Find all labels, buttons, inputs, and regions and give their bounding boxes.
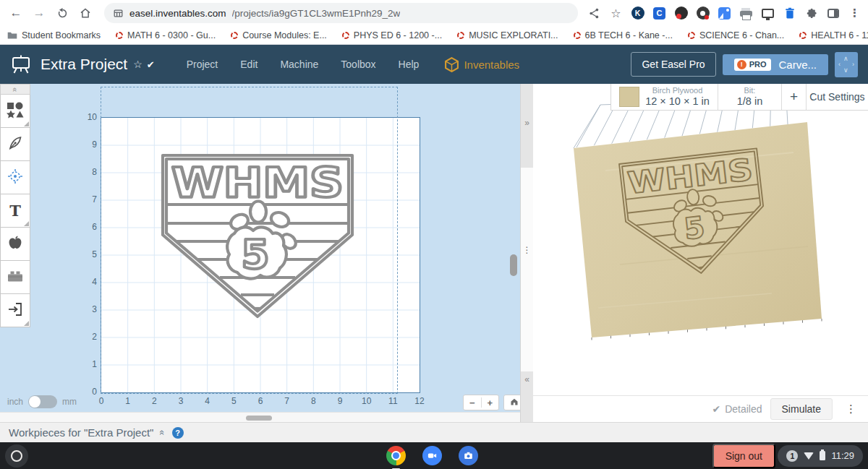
jog-position-button[interactable]: ∧∨‹›	[835, 52, 858, 77]
home-icon[interactable]	[75, 3, 95, 23]
unit-inch-label: inch	[7, 397, 23, 407]
url-bar[interactable]: easel.inventables.com/projects/ia9gGT1CL…	[104, 3, 578, 23]
text-tool[interactable]: T	[0, 194, 30, 228]
hscroll-thumb[interactable]	[246, 416, 272, 421]
chrome-app-icon[interactable]	[386, 446, 406, 465]
ruler-y-tick: 9	[78, 139, 97, 150]
camera-app-icon[interactable]	[459, 446, 478, 465]
menu-edit[interactable]: Edit	[240, 59, 258, 70]
toolbox-collapse-icon[interactable]: «	[0, 84, 30, 95]
canvas-horizontal-scrollbar[interactable]	[0, 412, 520, 422]
ruler-y-tick: 0	[78, 387, 97, 397]
collapse-panel-icon[interactable]: «	[521, 374, 533, 384]
kami-extension-icon[interactable]: K	[630, 6, 645, 21]
workpiece-area[interactable]: WHMS 5	[101, 117, 420, 393]
ruler-y-tick: 5	[78, 249, 97, 259]
paddle-extension-icon[interactable]	[673, 6, 689, 21]
design-whms-canvas[interactable]: WHMS 5	[163, 155, 352, 317]
target-extension-icon[interactable]	[695, 6, 710, 21]
bookmark-star-icon[interactable]: ☆	[608, 6, 624, 21]
ruler-y-tick: 10	[78, 112, 97, 122]
printer-extension-icon[interactable]	[739, 6, 754, 21]
origin-tool[interactable]	[0, 161, 30, 194]
toggle-knob[interactable]	[29, 396, 41, 408]
preview-3d-view[interactable]: WHMS 5	[533, 84, 868, 422]
trash-extension-icon[interactable]	[782, 6, 797, 21]
menu-help[interactable]: Help	[399, 59, 420, 70]
clever-extension-icon[interactable]: C	[652, 6, 667, 21]
pro-badge: !PRO	[734, 59, 772, 71]
zoom-in-button[interactable]: +	[482, 397, 499, 408]
inventables-brand[interactable]: Inventables	[445, 57, 519, 72]
get-easel-pro-button[interactable]: Get Easel Pro	[631, 52, 715, 77]
bookmark-item[interactable]: MATH 6 - 0300 - Gu...	[116, 30, 216, 40]
menu-machine[interactable]: Machine	[280, 59, 318, 70]
zoom-home-button[interactable]	[503, 395, 520, 410]
extensions-puzzle-icon[interactable]	[804, 6, 819, 21]
toolbar-actions: ☆ KC ⋮	[587, 6, 862, 21]
status-tray[interactable]: 1 11:29	[778, 445, 863, 467]
design-canvas[interactable]: WHMS 5 012345678910 0123456789101112 inc…	[0, 84, 520, 412]
brick-tool[interactable]	[0, 261, 30, 294]
forward-icon[interactable]: →	[29, 3, 49, 23]
ruler-y-tick: 8	[78, 167, 97, 177]
share-icon[interactable]	[587, 6, 602, 21]
launcher-icon	[11, 450, 22, 462]
browser-menu-icon[interactable]: ⋮	[847, 6, 862, 21]
cut-settings-button[interactable]: Cut Settings	[807, 84, 868, 110]
bookmark-item[interactable]: 6B TECH 6 - Kane -...	[574, 30, 673, 40]
back-icon[interactable]: ←	[6, 3, 26, 23]
bookmark-item[interactable]: PHYS ED 6 - 1200 -...	[342, 30, 442, 40]
carve-button[interactable]: !PRO Carve...	[723, 54, 828, 75]
bit-cell[interactable]: Bit: 1/8 in	[718, 84, 782, 110]
easel-logo-icon[interactable]	[10, 54, 32, 74]
bookmarks-bar: Student Bookmarks MATH 6 - 0300 - Gu...C…	[0, 26, 868, 45]
menu-project[interactable]: Project	[187, 59, 218, 70]
canvas-vertical-scrollbar[interactable]	[510, 254, 517, 276]
bookmark-item[interactable]: SCIENCE 6 - Chan...	[688, 30, 784, 40]
material-cell[interactable]: Birch Plywood 12 × 10 × 1 in	[611, 84, 718, 110]
unit-toggle-switch[interactable]	[28, 395, 57, 408]
url-path: /projects/ia9gGT1CL3wmE1Pnh29_2w	[232, 8, 401, 19]
launcher-button[interactable]	[5, 444, 28, 468]
app-header: Extra Project ☆ ✔ ProjectEditMachineTool…	[0, 45, 868, 84]
browser-toolbar: ← → easel.inventables.com/projects/ia9gG…	[0, 0, 868, 26]
capture-extension-icon[interactable]	[717, 6, 732, 21]
favorite-star-icon[interactable]: ☆	[133, 59, 142, 70]
preview-menu-icon[interactable]: ⋮	[841, 400, 861, 418]
monitor-extension-icon[interactable]	[760, 6, 775, 21]
shapes-tool[interactable]	[0, 95, 30, 128]
bookmark-item[interactable]: MUSIC EXPLORATI...	[457, 30, 558, 40]
divider-drag-handle[interactable]: ⋮	[521, 245, 533, 255]
simulate-button[interactable]: Simulate	[770, 398, 833, 420]
zoom-app-icon[interactable]	[422, 446, 442, 465]
side-panel-icon[interactable]	[825, 6, 841, 21]
import-tool-icon	[7, 301, 24, 321]
ruler-x-tick: 7	[280, 396, 294, 406]
bookmark-favicon	[688, 32, 695, 39]
zoom-out-button[interactable]: −	[464, 397, 481, 408]
ruler-y-tick: 7	[78, 194, 97, 205]
workpieces-collapse-icon[interactable]: «	[158, 430, 169, 435]
bookmark-item[interactable]: Course Modules: E...	[231, 30, 327, 40]
detailed-toggle[interactable]: ✔Detailed	[712, 403, 762, 415]
ruler-x-tick: 2	[147, 396, 161, 406]
sign-out-button[interactable]: Sign out	[712, 444, 775, 468]
panel-divider[interactable]: » ⋮ «	[520, 84, 533, 422]
expand-panel-icon[interactable]: »	[521, 118, 533, 128]
pen-tool[interactable]	[0, 128, 30, 161]
design-svg[interactable]: WHMS 5	[101, 118, 420, 392]
bookmark-item[interactable]: HEALTH 6 - 1100 -...	[799, 30, 868, 40]
site-info-icon[interactable]	[113, 8, 124, 19]
url-host: easel.inventables.com	[129, 8, 226, 19]
project-title[interactable]: Extra Project	[41, 56, 127, 73]
ruler-x-tick: 0	[94, 396, 109, 406]
import-tool[interactable]	[0, 294, 30, 327]
workpieces-help-icon[interactable]: ?	[172, 427, 184, 439]
reload-icon[interactable]	[52, 3, 72, 23]
menu-toolbox[interactable]: Toolbox	[341, 59, 375, 70]
apple-tool[interactable]	[0, 228, 30, 261]
add-bit-button[interactable]: +	[782, 84, 807, 110]
text-tool-icon: T	[9, 203, 21, 219]
bookmarks-folder[interactable]: Student Bookmarks	[7, 30, 101, 40]
